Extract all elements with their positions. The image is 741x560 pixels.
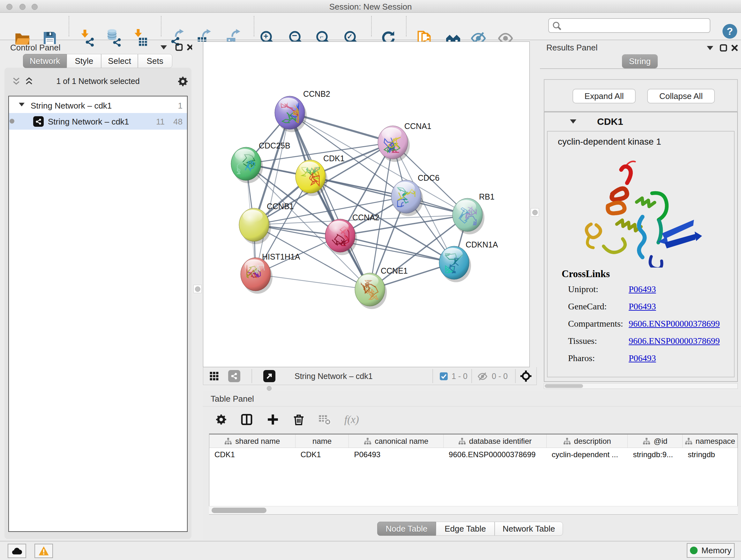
expand-all-button[interactable]: Expand All bbox=[572, 89, 636, 104]
search-box bbox=[548, 18, 711, 33]
crosslink-link[interactable]: 9606.ENSP00000378699 bbox=[629, 319, 720, 328]
search-icon bbox=[552, 21, 562, 31]
panel-close-icon[interactable] bbox=[731, 44, 738, 52]
crosslink-link[interactable]: 9606.ENSP00000378699 bbox=[629, 336, 720, 346]
gene-detail-box: cyclin-dependent kinase 1 C bbox=[547, 131, 735, 377]
table-cell[interactable]: stringdb:9... bbox=[628, 448, 683, 462]
column-header-@id[interactable]: @id bbox=[628, 435, 683, 448]
table-panel: Table Panel f(x) shared namenamecanonica… bbox=[203, 391, 741, 541]
table-cell[interactable]: cyclin-dependent ... bbox=[547, 448, 628, 462]
table-row[interactable]: CDK1CDK1P064939606.ENSP00000378699cyclin… bbox=[209, 448, 738, 462]
tab-style[interactable]: Style bbox=[67, 54, 101, 68]
show-columns-icon[interactable] bbox=[240, 413, 253, 426]
tab-edge-table[interactable]: Edge Table bbox=[436, 522, 495, 536]
column-type-icon bbox=[685, 437, 692, 445]
table-options-gear-icon[interactable] bbox=[215, 414, 227, 425]
tab-network[interactable]: Network bbox=[23, 54, 67, 68]
panel-float-icon[interactable] bbox=[719, 44, 728, 52]
collapse-all-button[interactable]: Collapse All bbox=[647, 89, 715, 104]
network-canvas[interactable]: CCNB2CCNA1CDC25BCDK1CDC6RB1CCNB1CCNA2CDK… bbox=[203, 42, 530, 367]
collapse-triangle-icon[interactable] bbox=[570, 119, 576, 124]
warnings-button[interactable] bbox=[35, 544, 53, 558]
network-node-CDC25B[interactable]: CDC25B bbox=[231, 141, 290, 183]
left-splitter[interactable] bbox=[192, 42, 203, 541]
scrollbar-thumb[interactable] bbox=[212, 508, 266, 513]
node-gloss bbox=[329, 221, 349, 233]
column-header-canonical-name[interactable]: canonical name bbox=[349, 435, 444, 448]
titlebar: Session: New Session bbox=[0, 0, 741, 13]
tab-node-table[interactable]: Node Table bbox=[377, 522, 436, 536]
column-header-database-identifier[interactable]: database identifier bbox=[444, 435, 547, 448]
right-splitter[interactable] bbox=[530, 42, 540, 385]
column-header-namespace[interactable]: namespace bbox=[683, 435, 738, 448]
network-node-HIST1H1A[interactable]: HIST1H1A bbox=[241, 252, 300, 294]
node-gloss bbox=[279, 98, 298, 111]
control-panel-tabs: NetworkStyleSelectSets bbox=[23, 54, 172, 68]
hidden-eye-slash-icon[interactable] bbox=[476, 371, 489, 381]
network-graph[interactable]: CCNB2CCNA1CDC25BCDK1CDC6RB1CCNB1CCNA2CDK… bbox=[203, 42, 529, 367]
crosslink-link[interactable]: P06493 bbox=[629, 353, 656, 363]
network-type-icon bbox=[33, 116, 44, 127]
table-cell[interactable]: 9606.ENSP00000378699 bbox=[444, 448, 547, 462]
network-node-CCNE1[interactable]: CCNE1 bbox=[355, 266, 408, 309]
node-label-HIST1H1A: HIST1H1A bbox=[262, 252, 300, 261]
panel-menu-icon[interactable] bbox=[160, 45, 167, 50]
network-node-CCNA1[interactable]: CCNA1 bbox=[378, 122, 431, 162]
cloud-sync-button[interactable] bbox=[8, 544, 26, 558]
protein-structure-image bbox=[567, 146, 717, 267]
network-status-dot bbox=[10, 119, 14, 124]
open-in-new-window-icon[interactable] bbox=[263, 370, 275, 382]
column-header-description[interactable]: description bbox=[547, 435, 628, 448]
table-cell[interactable]: CDK1 bbox=[209, 448, 295, 462]
splitter-handle[interactable] bbox=[267, 386, 272, 391]
status-bar: Memory bbox=[0, 541, 741, 560]
table-horizontal-scrollbar[interactable] bbox=[209, 506, 738, 514]
network-row-selected[interactable]: String Network – cdk1 11 48 bbox=[9, 113, 187, 130]
memory-button[interactable]: Memory bbox=[687, 543, 735, 558]
delete-column-trash-icon[interactable] bbox=[293, 414, 305, 426]
crosslink-link[interactable]: P06493 bbox=[629, 301, 656, 311]
table-cell[interactable]: P06493 bbox=[349, 448, 444, 462]
memory-label: Memory bbox=[701, 546, 731, 556]
node-label-CDC25B: CDC25B bbox=[259, 141, 290, 150]
network-view-toolbar: String Network – cdk1 1 - 0 0 - 0 bbox=[203, 367, 537, 385]
gene-header-row[interactable]: CDK1 bbox=[544, 112, 737, 131]
node-table[interactable]: shared namenamecanonical namedatabase id… bbox=[209, 434, 738, 515]
network-badge-icon[interactable] bbox=[228, 370, 240, 382]
network-edge[interactable] bbox=[290, 113, 370, 290]
tab-string[interactable]: String bbox=[622, 54, 658, 68]
column-header-shared-name[interactable]: shared name bbox=[209, 435, 295, 448]
search-input[interactable] bbox=[564, 19, 708, 32]
node-gloss bbox=[299, 162, 319, 174]
crosslink-link[interactable]: P06493 bbox=[629, 284, 656, 294]
network-edge[interactable] bbox=[256, 274, 370, 290]
network-collection-row[interactable]: String Network – cdk1 1 bbox=[9, 97, 187, 113]
tab-sets[interactable]: Sets bbox=[138, 54, 172, 68]
birds-eye-view-icon[interactable] bbox=[520, 370, 532, 382]
results-scrollbar[interactable] bbox=[544, 383, 738, 389]
table-cell[interactable]: CDK1 bbox=[295, 448, 349, 462]
panel-float-icon[interactable] bbox=[175, 43, 183, 51]
column-header-name[interactable]: name bbox=[295, 435, 349, 448]
crosslink-label: Uniprot: bbox=[568, 284, 629, 294]
create-column-icon[interactable] bbox=[266, 413, 279, 426]
network-node-CCNB2[interactable]: CCNB2 bbox=[275, 89, 330, 132]
grid-view-icon[interactable] bbox=[209, 371, 219, 381]
network-options-gear-icon[interactable] bbox=[178, 76, 188, 87]
collapse-triangle-icon[interactable] bbox=[19, 103, 24, 107]
table-cell[interactable]: stringdb bbox=[683, 448, 738, 462]
collapse-all-icon[interactable] bbox=[11, 77, 21, 86]
help-button[interactable]: ? bbox=[723, 24, 737, 39]
network-edge[interactable] bbox=[311, 177, 468, 215]
node-label-CDKN1A: CDKN1A bbox=[466, 240, 498, 249]
network-node-CDKN1A[interactable]: CDKN1A bbox=[439, 240, 498, 282]
splitter-handle[interactable] bbox=[193, 285, 202, 293]
panel-menu-icon[interactable] bbox=[707, 46, 713, 50]
splitter-handle[interactable] bbox=[531, 208, 539, 216]
scrollbar-thumb[interactable] bbox=[545, 384, 583, 388]
selected-checkbox-icon[interactable] bbox=[440, 372, 448, 381]
tab-network-table[interactable]: Network Table bbox=[495, 522, 563, 536]
tab-select[interactable]: Select bbox=[101, 54, 138, 68]
network-node-RB1[interactable]: RB1 bbox=[453, 192, 495, 234]
node-label-CCNA2: CCNA2 bbox=[352, 213, 380, 222]
